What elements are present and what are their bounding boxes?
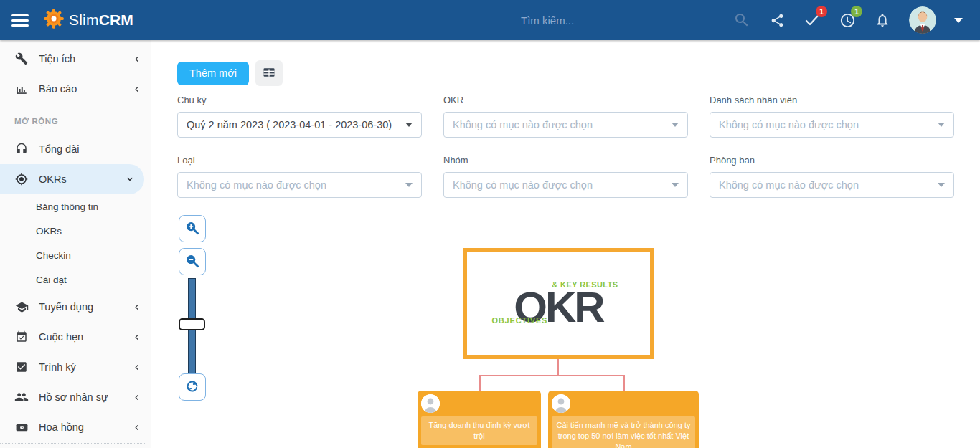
sidebar-item-label: Hồ sơ nhân sự xyxy=(39,391,131,403)
reset-layout-button[interactable] xyxy=(179,373,206,401)
filter-label-okr: OKR xyxy=(443,95,688,105)
sidebar-subitem-okrs[interactable]: OKRs xyxy=(0,219,151,243)
sidebar-item-label: Tổng đài xyxy=(39,143,131,155)
chevron-left-icon xyxy=(131,394,141,401)
phong-ban-select[interactable]: Không có mục nào được chọn xyxy=(710,172,954,198)
sidebar-nav: Tiện ích Báo cáo MỞ RỘNG Tổng đài OKRs B… xyxy=(0,40,151,442)
phong-ban-placeholder: Không có mục nào được chọn xyxy=(719,179,938,191)
chevron-left-icon xyxy=(131,363,141,371)
zoom-slider-handle[interactable] xyxy=(179,318,205,330)
okr-select[interactable]: Không có mục nào được chọn xyxy=(443,112,688,138)
chevron-down-icon xyxy=(672,123,679,127)
chevron-left-icon xyxy=(131,424,141,432)
recycle-icon xyxy=(184,378,200,396)
target-icon xyxy=(14,172,29,186)
chevron-left-icon xyxy=(131,55,141,63)
banknote-icon xyxy=(14,420,29,434)
global-search xyxy=(521,0,729,40)
filter-label-loai: Loại xyxy=(177,155,422,166)
loai-placeholder: Không có mục nào được chọn xyxy=(187,179,405,191)
chevron-down-icon xyxy=(672,183,679,187)
loai-select[interactable]: Không có mục nào được chọn xyxy=(177,172,422,198)
table-view-button[interactable] xyxy=(255,60,283,86)
user-avatar[interactable] xyxy=(909,6,936,34)
chu-ky-select[interactable]: Quý 2 năm 2023 ( 2023-04-01 - 2023-06-30… xyxy=(177,112,422,138)
connector-root-stub xyxy=(557,359,559,376)
sidebar-item-label: Báo cáo xyxy=(39,83,131,95)
nhan-vien-select[interactable]: Không có mục nào được chọn xyxy=(710,112,954,138)
sidebar-item-label: Hoa hồng xyxy=(39,421,131,433)
zoom-in-button[interactable] xyxy=(179,215,206,242)
connector-left-drop xyxy=(479,375,481,391)
navbar-left: SlimCRM xyxy=(0,8,133,32)
chevron-down-icon xyxy=(124,175,134,184)
objective-card-header xyxy=(421,394,537,416)
okr-logo: & KEY RESULTS OKR OBJECTIVES xyxy=(491,280,627,327)
zoom-out-icon xyxy=(184,253,200,271)
sidebar-item-label: Trình ký xyxy=(39,361,131,373)
sidebar-item-bao-cao[interactable]: Báo cáo xyxy=(0,74,151,104)
avatar xyxy=(552,394,570,413)
profile-caret-down-icon[interactable] xyxy=(954,18,963,23)
filter-nhom: Nhóm Không có mục nào được chọn xyxy=(443,155,688,198)
headset-icon xyxy=(14,142,29,156)
wrench-icon xyxy=(14,52,29,66)
sidebar-item-label: Tuyển dụng xyxy=(39,301,131,313)
add-new-button[interactable]: Thêm mới xyxy=(177,62,249,85)
sidebar-divider xyxy=(0,443,146,444)
main-content: Thêm mới Chu kỳ Quý 2 năm 2023 ( 2023-04… xyxy=(152,40,980,448)
filter-label-chu-ky: Chu kỳ xyxy=(177,95,422,105)
calendar-check-icon xyxy=(14,330,29,344)
graduation-cap-icon xyxy=(14,300,29,314)
sidebar-item-trinh-ky[interactable]: Trình ký xyxy=(0,352,151,382)
filter-nhan-vien: Danh sách nhân viên Không có mục nào đượ… xyxy=(710,95,954,138)
sidebar-item-hoa-hong[interactable]: Hoa hồng xyxy=(0,412,151,442)
objective-title: Cải tiến mạnh mẽ và trở thành công ty tr… xyxy=(552,416,695,448)
search-input[interactable] xyxy=(521,14,729,27)
filter-label-nhom: Nhóm xyxy=(443,155,688,166)
sidebar-item-tuyen-dung[interactable]: Tuyển dụng xyxy=(0,292,151,322)
sidebar: Tiện ích Báo cáo MỞ RỘNG Tổng đài OKRs B… xyxy=(0,40,151,448)
okr-placeholder: Không có mục nào được chọn xyxy=(453,119,672,130)
menu-toggle-icon[interactable] xyxy=(11,14,29,27)
connector-right-drop xyxy=(623,375,625,391)
objective-card[interactable]: Cải tiến mạnh mẽ và trở thành công ty tr… xyxy=(548,391,699,448)
sidebar-subitem-bang-thong-tin[interactable]: Bảng thông tin xyxy=(0,194,151,219)
table-icon xyxy=(262,65,276,82)
reminders-clock-icon[interactable]: 1 xyxy=(839,11,856,29)
notifications-bell-icon[interactable] xyxy=(874,11,891,29)
sidebar-item-tong-dai[interactable]: Tổng đài xyxy=(0,134,151,164)
filter-phong-ban: Phòng ban Không có mục nào được chọn xyxy=(710,155,954,198)
zoom-in-icon xyxy=(184,220,200,238)
chevron-down-icon xyxy=(938,123,945,127)
sidebar-subitem-cai-dat[interactable]: Cài đặt xyxy=(0,267,151,292)
okr-logo-objectives: OBJECTIVES xyxy=(492,316,548,325)
chevron-down-icon xyxy=(405,183,413,187)
sidebar-item-label: Cuộc hẹn xyxy=(39,331,131,343)
share-icon[interactable] xyxy=(768,11,786,29)
okr-root-node[interactable]: & KEY RESULTS OKR OBJECTIVES xyxy=(463,248,654,359)
sidebar-item-tien-ich[interactable]: Tiện ích xyxy=(0,44,151,74)
tasks-badge: 1 xyxy=(816,6,827,17)
filter-label-phong-ban: Phòng ban xyxy=(710,155,954,166)
okr-toolbar: Thêm mới xyxy=(177,60,283,86)
nhom-placeholder: Không có mục nào được chọn xyxy=(453,179,672,191)
search-icon[interactable] xyxy=(733,11,750,29)
tasks-check-icon[interactable]: 1 xyxy=(804,11,821,29)
sidebar-section-mo-rong: MỞ RỘNG xyxy=(0,108,151,134)
sidebar-item-cuoc-hen[interactable]: Cuộc hẹn xyxy=(0,322,151,352)
sidebar-item-ho-so-nhan-su[interactable]: Hồ sơ nhân sự xyxy=(0,382,151,412)
people-group-icon xyxy=(14,390,29,404)
chevron-left-icon xyxy=(131,333,141,341)
sidebar-item-okrs[interactable]: OKRs xyxy=(0,164,144,194)
sidebar-item-label: OKRs xyxy=(39,173,124,185)
nhom-select[interactable]: Không có mục nào được chọn xyxy=(443,172,688,198)
chu-ky-value: Quý 2 năm 2023 ( 2023-04-01 - 2023-06-30… xyxy=(187,119,405,130)
sidebar-item-label: Tiện ích xyxy=(39,53,131,65)
filter-label-nhan-vien: Danh sách nhân viên xyxy=(710,95,954,105)
filter-chu-ky: Chu kỳ Quý 2 năm 2023 ( 2023-04-01 - 202… xyxy=(177,95,422,138)
sidebar-subitem-checkin[interactable]: Checkin xyxy=(0,243,151,267)
brand-logo[interactable]: SlimCRM xyxy=(43,8,133,32)
zoom-out-button[interactable] xyxy=(179,248,206,275)
objective-card[interactable]: Tăng doanh thu định kỳ vượt trội xyxy=(418,391,541,448)
